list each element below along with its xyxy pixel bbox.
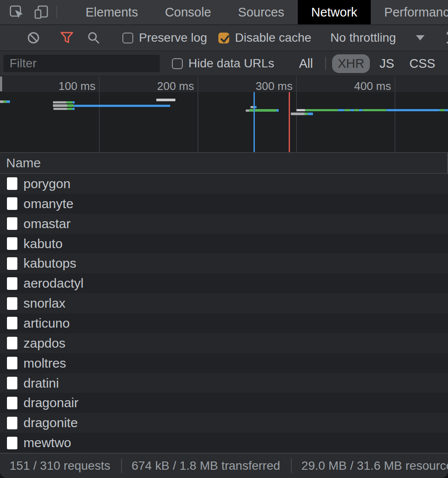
request-row-dragonair[interactable]: dragonair	[0, 393, 448, 413]
waterfall-bar	[250, 106, 254, 108]
tab-network[interactable]: Network	[298, 0, 371, 24]
waterfall-bar	[296, 109, 305, 111]
search-icon[interactable]	[87, 31, 100, 44]
waterfall-bar	[74, 105, 170, 107]
waterfall-bar	[72, 108, 75, 110]
request-name: dragonite	[23, 415, 78, 430]
request-row-porygon[interactable]: porygon	[0, 174, 448, 194]
domcontentloaded-marker	[254, 92, 255, 152]
waterfall-bar	[362, 109, 386, 111]
waterfall-bar	[386, 109, 440, 111]
file-icon	[7, 357, 17, 369]
request-row-snorlax[interactable]: snorlax	[0, 293, 448, 313]
network-filterbar: Hide data URLs AllXHRJSCSSImgMedi	[0, 51, 448, 76]
waterfall-bar	[440, 109, 445, 111]
throttling-dropdown[interactable]: No throttling	[330, 31, 425, 45]
status-text: 674 kB / 1.8 MB transferred	[132, 459, 280, 473]
filter-type-img[interactable]: Img	[445, 54, 448, 73]
request-name: dragonair	[23, 395, 79, 410]
name-column-header[interactable]: Name	[6, 156, 41, 170]
status-text: 151 / 310 requests	[10, 459, 110, 473]
request-name: articuno	[23, 316, 70, 331]
request-row-kabuto[interactable]: kabuto	[0, 234, 448, 254]
file-icon	[7, 177, 17, 190]
hide-data-urls-checkbox[interactable]	[172, 58, 183, 69]
request-row-dragonite[interactable]: dragonite	[0, 413, 448, 433]
file-icon	[7, 317, 17, 329]
request-row-moltres[interactable]: moltres	[0, 353, 448, 373]
file-icon	[7, 417, 17, 429]
requests-table-header[interactable]: Name	[0, 153, 448, 174]
network-statusbar: 151 / 310 requests674 kB / 1.8 MB transf…	[0, 453, 448, 478]
waterfall-bar	[277, 109, 279, 112]
tab-sources[interactable]: Sources	[224, 0, 297, 24]
waterfall-bar	[359, 109, 362, 111]
request-name: omastar	[23, 216, 70, 231]
throttling-value: No throttling	[330, 31, 396, 45]
filter-type-js[interactable]: JS	[374, 54, 400, 73]
waterfall-bar	[354, 109, 359, 111]
clear-icon[interactable]	[27, 31, 40, 44]
waterfall-bar	[53, 108, 67, 110]
request-row-aerodactyl[interactable]: aerodactyl	[0, 273, 448, 293]
filter-type-xhr[interactable]: XHR	[332, 54, 370, 73]
file-icon	[7, 297, 17, 310]
filter-icon[interactable]	[60, 31, 74, 44]
request-name: aerodactyl	[23, 276, 83, 291]
waterfall-bar	[246, 110, 249, 112]
waterfall-bar	[0, 100, 3, 103]
request-row-omanyte[interactable]: omanyte	[0, 194, 448, 214]
waterfall-bar	[3, 100, 7, 103]
waterfall-bar	[445, 109, 448, 111]
waterfall-bar	[66, 101, 72, 103]
file-icon	[7, 217, 17, 230]
waterfall-bar	[72, 101, 75, 103]
disable-cache-checkbox[interactable]	[218, 33, 229, 43]
network-overview[interactable]: 100 ms200 ms300 ms400 ms	[0, 76, 448, 153]
status-separator	[121, 459, 122, 473]
file-icon	[7, 377, 17, 389]
timeline-tick-label: 300 ms	[256, 80, 293, 93]
waterfall-bar	[0, 76, 2, 91]
waterfall-bar	[67, 104, 74, 107]
timeline-gridline	[198, 76, 198, 152]
request-name: porygon	[23, 176, 70, 191]
hide-data-urls-label: Hide data URLs	[188, 56, 274, 70]
devtools-window: ElementsConsoleSourcesNetworkPerformance…	[0, 0, 448, 478]
load-marker	[289, 92, 290, 152]
inspect-element-icon[interactable]	[10, 5, 23, 20]
waterfall-bar	[53, 104, 67, 107]
request-name: omanyte	[23, 196, 73, 211]
request-row-kabutops[interactable]: kabutops	[0, 253, 448, 273]
file-icon	[7, 277, 17, 290]
tabbar-separator	[56, 6, 57, 19]
timeline-gridline	[395, 76, 395, 152]
device-toolbar-icon[interactable]	[34, 5, 49, 20]
request-row-zapdos[interactable]: zapdos	[0, 333, 448, 353]
status-separator	[291, 459, 292, 473]
file-icon	[7, 397, 17, 409]
tab-console[interactable]: Console	[152, 0, 224, 24]
request-row-articuno[interactable]: articuno	[0, 313, 448, 333]
preserve-log-checkbox[interactable]	[122, 33, 133, 43]
waterfall-bar	[350, 109, 354, 111]
filter-type-css[interactable]: CSS	[404, 54, 441, 73]
network-toolbar: Preserve log Disable cache No throttling	[0, 25, 448, 51]
waterfall-bar	[305, 109, 338, 111]
request-row-mewtwo[interactable]: mewtwo	[0, 433, 448, 453]
preserve-log-label: Preserve log	[139, 31, 207, 45]
file-icon	[7, 437, 17, 449]
filter-type-all[interactable]: All	[293, 54, 319, 73]
tabbar-icons	[0, 0, 57, 24]
tab-performance[interactable]: Performance	[371, 0, 448, 24]
requests-list: porygonomanyteomastarkabutokabutopsaerod…	[0, 174, 448, 453]
filter-input[interactable]	[3, 55, 160, 72]
file-icon	[7, 237, 17, 250]
request-row-omastar[interactable]: omastar	[0, 214, 448, 234]
request-row-dratini[interactable]: dratini	[0, 373, 448, 393]
chevron-down-icon	[416, 35, 425, 40]
request-name: kabuto	[23, 236, 63, 251]
filter-type-separator	[325, 57, 326, 70]
tab-elements[interactable]: Elements	[72, 0, 152, 24]
request-name: kabutops	[23, 256, 76, 271]
